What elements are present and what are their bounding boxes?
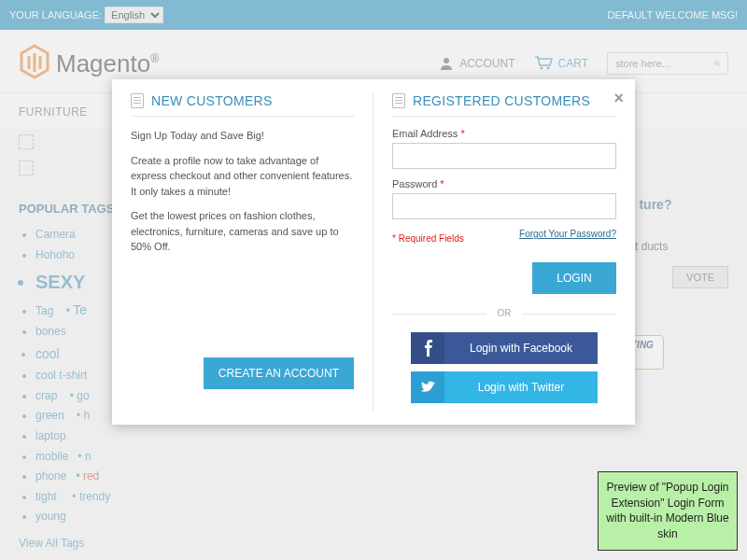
- password-field-group: Password *: [392, 178, 616, 219]
- twitter-label: Login with Twitter: [444, 371, 598, 403]
- new-customers-panel: NEW CUSTOMERS Sign Up Today and Save Big…: [112, 93, 374, 411]
- email-field-group: Email Address *: [392, 128, 616, 169]
- panel-title: NEW CUSTOMERS: [151, 93, 273, 108]
- login-modal: × NEW CUSTOMERS Sign Up Today and Save B…: [112, 79, 635, 425]
- login-facebook-button[interactable]: Login with Facebook: [411, 332, 598, 364]
- or-divider: OR: [392, 308, 616, 318]
- preview-annotation: Preview of "Popup Login Extension" Login…: [598, 471, 738, 551]
- panel-body: Sign Up Today and Save Big! Create a pro…: [131, 128, 354, 255]
- login-button[interactable]: LOGIN: [532, 262, 616, 294]
- description: Create a profile now to take advantage o…: [131, 153, 354, 200]
- form-footer: * Required Fields Forgot Your Password?: [392, 229, 616, 245]
- facebook-label: Login with Facebook: [444, 332, 598, 364]
- panel-header: NEW CUSTOMERS: [131, 93, 354, 117]
- tagline: Sign Up Today and Save Big!: [131, 128, 354, 144]
- password-label: Password *: [392, 178, 616, 189]
- password-input[interactable]: [392, 193, 616, 219]
- twitter-icon: [411, 371, 444, 403]
- panel-title: REGISTERED CUSTOMERS: [413, 93, 590, 108]
- panel-header: REGISTERED CUSTOMERS: [392, 93, 616, 117]
- facebook-icon: [411, 332, 444, 364]
- document-icon: [131, 93, 144, 108]
- forgot-password-link[interactable]: Forgot Your Password?: [519, 229, 616, 239]
- login-twitter-button[interactable]: Login with Twitter: [411, 371, 598, 403]
- close-icon[interactable]: ×: [613, 89, 624, 108]
- description: Get the lowest prices on fashion clothes…: [131, 208, 354, 255]
- create-account-button[interactable]: CREATE AN ACCOUNT: [204, 357, 354, 389]
- registered-customers-panel: REGISTERED CUSTOMERS Email Address * Pas…: [374, 93, 635, 411]
- required-fields-note: * Required Fields: [392, 233, 464, 244]
- email-input[interactable]: [392, 143, 616, 169]
- document-icon: [392, 93, 405, 108]
- email-label: Email Address *: [392, 128, 616, 139]
